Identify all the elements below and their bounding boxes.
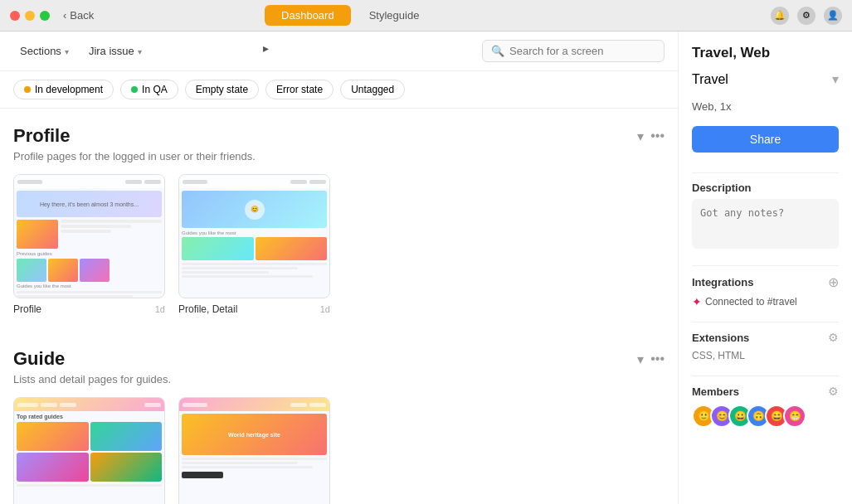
members-section: Members ⚙ 🙂 😊 😀 🙃 😄 😁: [692, 385, 839, 428]
card-thumb-guide-detail[interactable]: World heritage site: [178, 397, 330, 504]
close-button[interactable]: [10, 11, 20, 21]
filter-bar: In development In QA Empty state Error s…: [0, 71, 678, 109]
card-thumb-guide[interactable]: Top rated guides: [13, 397, 165, 504]
category-chevron-icon: ▾: [832, 71, 839, 87]
card-label-profile: Profile: [13, 303, 41, 315]
add-integration-icon[interactable]: ⊕: [828, 274, 839, 290]
description-section: Description: [692, 182, 839, 252]
jira-chevron-icon: [138, 45, 142, 57]
filter-label: In development: [35, 84, 103, 95]
search-input[interactable]: [509, 45, 655, 57]
filter-in-qa[interactable]: In QA: [120, 80, 178, 99]
card-guide-detail: World heritage site Guide, Detail: [178, 397, 330, 504]
filter-error-state[interactable]: Error state: [265, 80, 333, 99]
mock-header: [14, 175, 164, 188]
card-time-profile: 1d: [155, 304, 165, 314]
sidebar-sub-value: Web, 1x: [692, 100, 839, 113]
extensions-value: CSS, HTML: [692, 350, 745, 361]
section-title-profile: Profile: [13, 125, 70, 147]
minimize-button[interactable]: [25, 11, 35, 21]
filter-empty-state[interactable]: Empty state: [185, 80, 259, 99]
members-header: Members ⚙: [692, 385, 839, 398]
card-time-profile-detail: 1d: [320, 304, 330, 314]
sidebar-title: Travel, Web: [692, 45, 839, 61]
toolbar: Sections Jira issue ▸ 🔍: [0, 32, 678, 71]
titlebar-icons: 🔔 ⚙ 👤: [771, 7, 842, 25]
titlebar: ‹ Back Dashboard Styleguide 🔔 ⚙ 👤: [0, 0, 852, 32]
screen-mock-guide: Top rated guides: [14, 398, 164, 504]
extensions-settings-icon[interactable]: ⚙: [828, 331, 839, 344]
divider-2: [692, 265, 839, 266]
screen-mock-profile: Hey there, it's been almost 3 months...: [14, 175, 164, 298]
sections-content: Profile ▾ ••• Profile pages for the logg…: [0, 109, 678, 504]
card-meta-profile: Profile 1d: [13, 303, 165, 315]
back-button[interactable]: ‹ Back: [63, 9, 94, 22]
cards-row-guide: Top rated guides: [13, 397, 665, 504]
back-label: Back: [70, 9, 94, 22]
section-desc-profile: Profile pages for the logged in user or …: [13, 150, 665, 162]
divider-3: [692, 322, 839, 322]
integration-slack: ✦ Connected to #travel: [692, 295, 839, 308]
divider-1: [692, 172, 839, 173]
mock-header-2: [179, 175, 329, 188]
filter-label: Empty state: [196, 84, 248, 95]
section-more-guide-icon[interactable]: •••: [650, 351, 665, 366]
section-actions-profile: ▾ •••: [637, 128, 665, 144]
section-profile: Profile ▾ ••• Profile pages for the logg…: [13, 109, 665, 315]
extensions-label: Extensions: [692, 332, 749, 344]
notifications-icon[interactable]: 🔔: [771, 7, 789, 25]
section-actions-guide: ▾ •••: [637, 351, 665, 367]
jira-dropdown[interactable]: Jira issue: [82, 41, 148, 61]
filter-label: In QA: [142, 84, 168, 95]
avatar-6[interactable]: 😁: [783, 405, 806, 428]
sidebar-category-dropdown[interactable]: Travel ▾: [692, 71, 839, 87]
section-guide: Guide ▾ ••• Lists and detail pages for g…: [13, 332, 665, 504]
extensions-header: Extensions ⚙: [692, 331, 839, 344]
section-collapse-icon[interactable]: ▾: [637, 128, 644, 144]
cursor-pointer: ▸: [263, 41, 269, 55]
section-header-guide: Guide ▾ •••: [13, 348, 665, 370]
avatar-icon[interactable]: 👤: [824, 7, 842, 25]
traffic-lights: [10, 11, 50, 21]
integrations-header: Integrations ⊕: [692, 274, 839, 290]
section-more-icon[interactable]: •••: [650, 128, 665, 143]
sections-dropdown[interactable]: Sections: [13, 41, 75, 61]
card-thumb-profile[interactable]: Hey there, it's been almost 3 months...: [13, 174, 165, 298]
sidebar-sub-section: Web, 1x: [692, 100, 839, 113]
card-guide: Top rated guides: [13, 397, 165, 504]
divider-4: [692, 376, 839, 376]
search-box[interactable]: 🔍: [482, 40, 665, 62]
section-collapse-guide-icon[interactable]: ▾: [637, 351, 644, 367]
help-icon[interactable]: ⚙: [797, 7, 815, 25]
back-chevron-icon: ‹: [63, 9, 66, 22]
content-area: Sections Jira issue ▸ 🔍 In development I…: [0, 32, 678, 504]
tab-dashboard[interactable]: Dashboard: [265, 5, 351, 26]
filter-in-development[interactable]: In development: [13, 80, 114, 99]
main-layout: Sections Jira issue ▸ 🔍 In development I…: [0, 32, 852, 504]
section-header-profile: Profile ▾ •••: [13, 125, 665, 147]
filter-untagged[interactable]: Untagged: [340, 80, 405, 99]
filter-dot-yellow: [24, 86, 31, 93]
card-meta-profile-detail: Profile, Detail 1d: [178, 303, 330, 315]
card-thumb-profile-detail[interactable]: 😊 Guides you like the most: [178, 174, 330, 298]
card-profile-detail: 😊 Guides you like the most: [178, 174, 330, 315]
sidebar-category-section: Travel ▾: [692, 71, 839, 87]
slack-icon: ✦: [692, 295, 702, 308]
sections-chevron-icon: [65, 45, 69, 57]
integrations-label: Integrations: [692, 276, 753, 288]
sidebar-category-value: Travel: [692, 72, 728, 87]
share-button[interactable]: Share: [692, 126, 839, 153]
filter-dot-green: [131, 86, 138, 93]
tab-styleguide[interactable]: Styleguide: [353, 5, 436, 26]
card-label-profile-detail: Profile, Detail: [178, 303, 237, 315]
sidebar: Travel, Web Travel ▾ Web, 1x Share Descr…: [678, 32, 852, 504]
maximize-button[interactable]: [40, 11, 50, 21]
titlebar-tabs: Dashboard Styleguide: [265, 5, 436, 26]
filter-label: Error state: [276, 84, 323, 95]
screen-mock-guide-detail: World heritage site: [179, 398, 329, 504]
description-input[interactable]: [692, 199, 839, 249]
description-label: Description: [692, 182, 839, 194]
jira-label: Jira issue: [89, 45, 134, 57]
search-icon: 🔍: [491, 45, 504, 57]
members-settings-icon[interactable]: ⚙: [828, 385, 839, 398]
